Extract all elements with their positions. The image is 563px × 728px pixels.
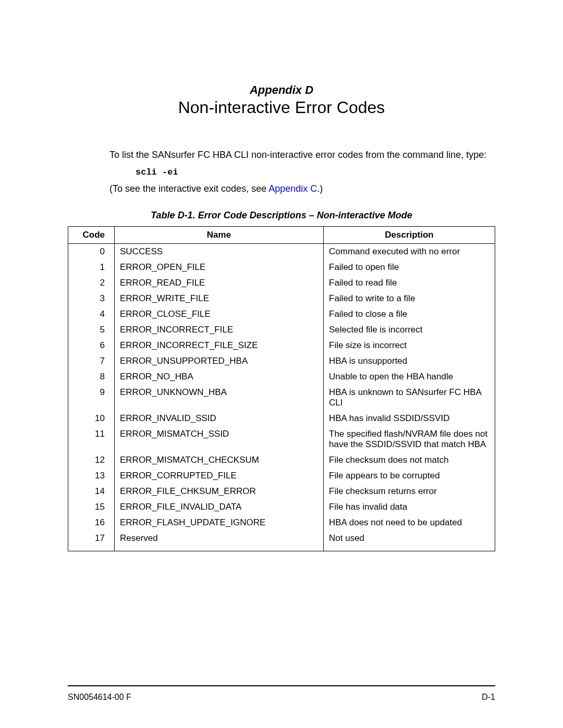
cell-code: 6: [68, 338, 115, 353]
cell-name: ERROR_UNSUPPORTED_HBA: [115, 353, 324, 369]
cell-description: Failed to write to a file: [324, 291, 495, 306]
cell-description: File has invalid data: [324, 499, 495, 515]
table-header-row: Code Name Description: [68, 227, 495, 244]
table-row: 1ERROR_OPEN_FILEFailed to open file: [68, 260, 495, 275]
cell-name: ERROR_MISMATCH_SSID: [115, 426, 324, 452]
cell-name: ERROR_UNKNOWN_HBA: [115, 385, 324, 411]
footer-page-number: D-1: [482, 693, 495, 702]
cell-name: ERROR_CLOSE_FILE: [115, 306, 324, 322]
cell-description: HBA has invalid SSDID/SSVID: [324, 411, 495, 426]
see-also-line: (To see the interactive exit codes, see …: [109, 183, 495, 194]
cell-code: 16: [68, 515, 115, 530]
table-row: 3ERROR_WRITE_FILEFailed to write to a fi…: [68, 291, 495, 306]
cell-description: File appears to be corrupted: [324, 468, 495, 484]
see-also-prefix: (To see the interactive exit codes, see: [109, 183, 268, 194]
cell-description: Failed to read file: [324, 275, 495, 291]
cell-description: Command executed with no error: [324, 244, 495, 260]
table-row: 16ERROR_FLASH_UPDATE_IGNOREHBA does not …: [68, 515, 495, 530]
page-footer: SN0054614-00 F D-1: [68, 685, 495, 702]
appendix-label: Appendix D: [68, 83, 495, 97]
cell-description: File size is incorrect: [324, 338, 495, 353]
cell-code: 8: [68, 369, 115, 385]
command-text: scli -ei: [136, 167, 495, 177]
error-code-table: Code Name Description 0SUCCESSCommand ex…: [68, 226, 495, 551]
cell-code: 1: [68, 260, 115, 275]
table-row: 12ERROR_MISMATCH_CHECKSUMFile checksum d…: [68, 452, 495, 468]
intro-paragraph: To list the SANsurfer FC HBA CLI non-int…: [109, 149, 495, 161]
cell-name: ERROR_CORRUPTED_FILE: [115, 468, 324, 484]
cell-description: File checksum does not match: [324, 452, 495, 468]
table-row: 10ERROR_INVALID_SSIDHBA has invalid SSDI…: [68, 411, 495, 426]
document-page: Appendix D Non-interactive Error Codes T…: [0, 0, 563, 728]
cell-name: ERROR_INCORRECT_FILE: [115, 322, 324, 338]
cell-description: Not used: [324, 530, 495, 551]
cell-name: ERROR_FILE_INVALID_DATA: [115, 499, 324, 515]
table-row: 11ERROR_MISMATCH_SSIDThe specified flash…: [68, 426, 495, 452]
cell-code: 10: [68, 411, 115, 426]
cell-description: HBA is unknown to SANsurfer FC HBA CLI: [324, 385, 495, 411]
col-header-code: Code: [68, 227, 115, 244]
cell-code: 12: [68, 452, 115, 468]
cell-description: File checksum returns error: [324, 484, 495, 499]
table-row: 0SUCCESSCommand executed with no error: [68, 244, 495, 260]
cell-code: 5: [68, 322, 115, 338]
table-row: 2ERROR_READ_FILEFailed to read file: [68, 275, 495, 291]
cell-code: 15: [68, 499, 115, 515]
col-header-description: Description: [324, 227, 495, 244]
appendix-c-link[interactable]: Appendix C: [268, 183, 317, 194]
cell-name: ERROR_INVALID_SSID: [115, 411, 324, 426]
cell-description: HBA is unsupported: [324, 353, 495, 369]
cell-code: 4: [68, 306, 115, 322]
cell-code: 11: [68, 426, 115, 452]
cell-code: 7: [68, 353, 115, 369]
cell-name: ERROR_FLASH_UPDATE_IGNORE: [115, 515, 324, 530]
cell-name: ERROR_WRITE_FILE: [115, 291, 324, 306]
cell-description: Unable to open the HBA handle: [324, 369, 495, 385]
page-title: Non-interactive Error Codes: [68, 98, 495, 117]
cell-name: Reserved: [115, 530, 324, 551]
table-row: 15ERROR_FILE_INVALID_DATAFile has invali…: [68, 499, 495, 515]
cell-name: ERROR_NO_HBA: [115, 369, 324, 385]
table-caption: Table D-1. Error Code Descriptions – Non…: [68, 210, 495, 221]
cell-name: ERROR_OPEN_FILE: [115, 260, 324, 275]
cell-name: SUCCESS: [115, 244, 324, 260]
cell-code: 3: [68, 291, 115, 306]
table-row: 7ERROR_UNSUPPORTED_HBAHBA is unsupported: [68, 353, 495, 369]
cell-code: 9: [68, 385, 115, 411]
table-row: 9ERROR_UNKNOWN_HBAHBA is unknown to SANs…: [68, 385, 495, 411]
cell-description: Failed to close a file: [324, 306, 495, 322]
table-row: 6ERROR_INCORRECT_FILE_SIZEFile size is i…: [68, 338, 495, 353]
cell-code: 13: [68, 468, 115, 484]
cell-name: ERROR_MISMATCH_CHECKSUM: [115, 452, 324, 468]
see-also-suffix: .): [317, 183, 323, 194]
cell-name: ERROR_READ_FILE: [115, 275, 324, 291]
cell-description: Failed to open file: [324, 260, 495, 275]
cell-description: HBA does not need to be updated: [324, 515, 495, 530]
cell-description: The specified flash/NVRAM file does not …: [324, 426, 495, 452]
cell-name: ERROR_FILE_CHKSUM_ERROR: [115, 484, 324, 499]
cell-code: 14: [68, 484, 115, 499]
table-body: 0SUCCESSCommand executed with no error1E…: [68, 244, 495, 551]
table-row: 5ERROR_INCORRECT_FILESelected file is in…: [68, 322, 495, 338]
cell-name: ERROR_INCORRECT_FILE_SIZE: [115, 338, 324, 353]
cell-description: Selected file is incorrect: [324, 322, 495, 338]
table-row: 4ERROR_CLOSE_FILEFailed to close a file: [68, 306, 495, 322]
table-row: 14ERROR_FILE_CHKSUM_ERRORFile checksum r…: [68, 484, 495, 499]
col-header-name: Name: [115, 227, 324, 244]
cell-code: 0: [68, 244, 115, 260]
table-row: 8ERROR_NO_HBAUnable to open the HBA hand…: [68, 369, 495, 385]
cell-code: 17: [68, 530, 115, 551]
table-row: 13ERROR_CORRUPTED_FILEFile appears to be…: [68, 468, 495, 484]
table-row: 17ReservedNot used: [68, 530, 495, 551]
cell-code: 2: [68, 275, 115, 291]
footer-doc-number: SN0054614-00 F: [68, 693, 131, 702]
